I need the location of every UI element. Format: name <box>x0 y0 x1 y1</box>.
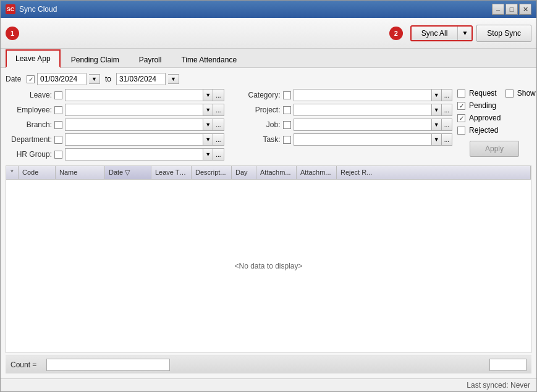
category-checkbox[interactable] <box>283 91 291 99</box>
job-dots-button[interactable]: ... <box>442 119 452 131</box>
date-checkbox[interactable] <box>27 75 35 83</box>
hr-group-input[interactable] <box>65 148 203 161</box>
category-input[interactable] <box>294 89 432 101</box>
employee-label: Employee: <box>6 106 52 114</box>
branch-dots-button[interactable]: ... <box>213 119 224 131</box>
branch-input[interactable] <box>65 119 203 131</box>
col-star[interactable]: * <box>6 166 19 179</box>
department-dots-button[interactable]: ... <box>213 133 224 146</box>
pending-checkbox[interactable] <box>457 102 465 110</box>
task-dots-button[interactable]: ... <box>442 133 452 146</box>
job-row: Job: ▼ ... <box>234 119 453 131</box>
window-title: Sync Cloud <box>19 5 57 14</box>
col-description[interactable]: Descript... <box>192 166 232 179</box>
rejected-row: Rejected <box>457 126 531 135</box>
leave-dots-button[interactable]: ... <box>213 89 224 101</box>
stop-sync-button[interactable]: Stop Sync <box>476 25 531 42</box>
job-dropdown-button[interactable]: ▼ <box>432 119 442 131</box>
category-row: Category: ▼ ... <box>234 89 453 101</box>
job-input[interactable] <box>294 119 432 131</box>
toolbar-left: 1 <box>6 27 386 40</box>
sync-all-button[interactable]: Sync All <box>412 27 459 40</box>
col-code[interactable]: Code <box>19 166 56 179</box>
branch-dropdown-button[interactable]: ▼ <box>203 119 213 131</box>
count-text-input[interactable] <box>46 359 170 371</box>
job-input-group: ▼ ... <box>294 119 453 131</box>
col-name[interactable]: Name <box>56 166 105 179</box>
leave-checkbox[interactable] <box>54 91 62 99</box>
sync-all-dropdown-button[interactable]: ▼ <box>458 27 471 40</box>
task-checkbox[interactable] <box>283 136 291 144</box>
hr-group-checkbox[interactable] <box>54 151 62 159</box>
request-checkbox[interactable] <box>457 90 465 98</box>
tab-time-attendance[interactable]: Time Attendance <box>172 51 246 68</box>
title-bar: SC Sync Cloud – □ ✕ <box>1 1 536 18</box>
show-label: Show <box>517 89 536 98</box>
tab-leave-app[interactable]: Leave App <box>6 49 61 68</box>
leave-input[interactable] <box>65 89 203 101</box>
count-value-input[interactable] <box>489 359 526 371</box>
filter-right-panel: Request Show Pending Approved Rejected <box>457 89 531 163</box>
category-dropdown-button[interactable]: ▼ <box>432 89 442 101</box>
department-input[interactable] <box>65 133 203 146</box>
employee-dots-button[interactable]: ... <box>213 104 224 116</box>
department-dropdown-button[interactable]: ▼ <box>203 133 213 146</box>
filter-left: Leave: ▼ ... Category: <box>6 89 452 163</box>
employee-input[interactable] <box>65 104 203 116</box>
hr-group-input-group: ▼ ... <box>65 148 224 161</box>
hr-group-dots-button[interactable]: ... <box>213 148 224 161</box>
approved-checkbox[interactable] <box>457 114 465 122</box>
department-input-group: ▼ ... <box>65 133 224 146</box>
show-checkbox[interactable] <box>505 90 514 98</box>
sync-all-group: Sync All ▼ <box>410 25 473 41</box>
department-checkbox[interactable] <box>54 136 62 144</box>
col-reject-reason[interactable]: Reject R... <box>337 166 531 179</box>
tab-payroll[interactable]: Payroll <box>130 51 171 68</box>
title-bar-left: SC Sync Cloud <box>6 4 57 14</box>
maximize-button[interactable]: □ <box>505 4 518 15</box>
job-label: Job: <box>234 120 281 129</box>
app-icon: SC <box>6 4 15 14</box>
pending-label: Pending <box>469 101 496 110</box>
no-data-message: <No data to display> <box>234 262 302 270</box>
date-to-dropdown[interactable]: ▼ <box>168 74 179 84</box>
empty-cell <box>234 148 453 161</box>
approved-label: Approved <box>469 114 501 122</box>
project-dots-button[interactable]: ... <box>442 104 452 116</box>
department-label: Department: <box>6 135 52 144</box>
date-from-dropdown[interactable]: ▼ <box>89 74 100 84</box>
col-attachment1[interactable]: Attachm... <box>256 166 297 179</box>
employee-dropdown-button[interactable]: ▼ <box>203 104 213 116</box>
task-row: Task: ▼ ... <box>234 133 453 146</box>
close-button[interactable]: ✕ <box>519 4 531 15</box>
category-input-group: ▼ ... <box>294 89 453 101</box>
leave-dropdown-button[interactable]: ▼ <box>203 89 213 101</box>
employee-checkbox[interactable] <box>54 106 62 114</box>
rejected-checkbox[interactable] <box>457 127 465 135</box>
project-row: Project: ▼ ... <box>234 104 453 116</box>
branch-checkbox[interactable] <box>54 121 62 129</box>
task-dropdown-button[interactable]: ▼ <box>432 133 442 146</box>
badge-2: 2 <box>389 27 403 40</box>
job-checkbox[interactable] <box>283 121 291 129</box>
tab-pending-claim[interactable]: Pending Claim <box>62 51 129 68</box>
project-dropdown-button[interactable]: ▼ <box>432 104 442 116</box>
branch-label: Branch: <box>6 120 52 129</box>
project-input[interactable] <box>294 104 432 116</box>
apply-button[interactable]: Apply <box>470 141 519 157</box>
date-from-input[interactable] <box>37 73 87 85</box>
col-day[interactable]: Day <box>232 166 256 179</box>
project-checkbox[interactable] <box>283 106 291 114</box>
minimize-button[interactable]: – <box>492 4 504 15</box>
date-to-input[interactable] <box>116 73 166 85</box>
col-leave-type[interactable]: Leave Ty... <box>151 166 192 179</box>
col-attachment2[interactable]: Attachm... <box>297 166 337 179</box>
leave-label: Leave: <box>6 91 52 99</box>
task-input[interactable] <box>294 133 432 146</box>
col-date[interactable]: Date ▽ <box>105 166 151 179</box>
category-dots-button[interactable]: ... <box>442 89 452 101</box>
toolbar-right: 2 Sync All ▼ Stop Sync <box>389 25 531 42</box>
table-body: <No data to display> <box>6 180 531 352</box>
request-row: Request Show <box>457 89 531 98</box>
hr-group-dropdown-button[interactable]: ▼ <box>203 148 213 161</box>
